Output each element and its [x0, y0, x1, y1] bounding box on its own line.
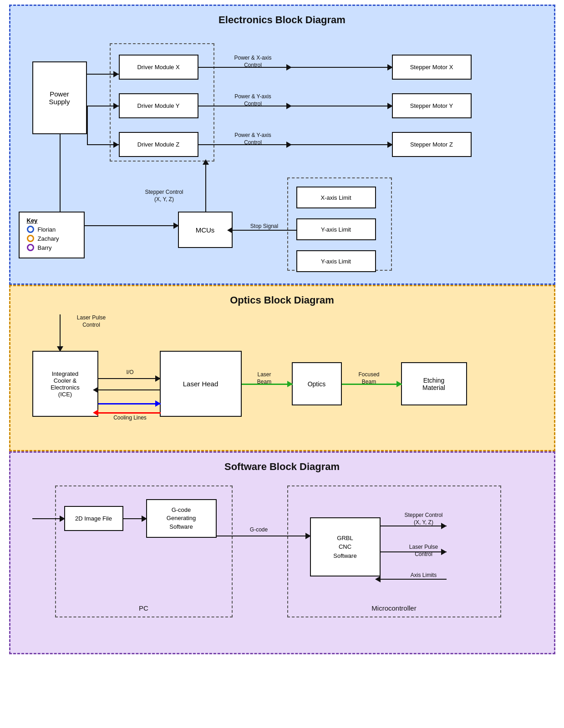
etching-block: Etching Material [401, 362, 467, 405]
y-limit-block: Y-axis Limit [296, 218, 376, 240]
key-florian: Florian [27, 226, 76, 233]
stepper-y-block: Stepper Motor Y [392, 93, 472, 118]
key-box: Key Florian Zachary Barry [19, 212, 85, 258]
arrow-laser-beam-right [287, 381, 293, 387]
gcode-label: G-code [232, 526, 286, 534]
focused-beam-label: Focused Beam [346, 371, 392, 385]
optics-block: Optics [292, 362, 342, 405]
optics-section: Optics Block Diagram Laser Pulse Control… [9, 285, 555, 451]
electronics-section: Electronics Block Diagram Power Supply D… [9, 5, 555, 285]
y2-limit-block: Y-axis Limit [296, 250, 376, 272]
main-container: Electronics Block Diagram Power Supply D… [9, 5, 555, 654]
key-zachary: Zachary [27, 235, 76, 242]
power-supply-block: Power Supply [32, 61, 87, 134]
optics-inner: Laser Pulse Control Integrated Cooler & … [19, 314, 546, 442]
mcus-block: MCUs [178, 212, 233, 248]
stop-signal-label: Stop Signal [235, 223, 294, 230]
power-y-label: Power & Y-axis Control [224, 93, 283, 107]
power-x-label: Power & X-axis Control [224, 55, 283, 69]
driver-x-block: Driver Module X [119, 55, 198, 80]
laser-head-block: Laser Head [160, 351, 242, 417]
microcontroller-label: Microcontroller [287, 604, 501, 613]
ice-block: Integrated Cooler & Electronics (ICE) [32, 351, 98, 417]
x-limit-block: X-axis Limit [296, 187, 376, 208]
optics-title: Optics Block Diagram [19, 294, 546, 306]
electronics-title: Electronics Block Diagram [19, 14, 546, 26]
laser-pulse-ctrl-label: Laser Pulse Control [66, 314, 117, 329]
key-barry: Barry [27, 244, 76, 251]
grbl-block: GRBL CNC Software [310, 517, 381, 576]
electronics-inner: Power Supply Driver Module X Driver Modu… [19, 34, 546, 275]
image-file-block: 2D Image File [64, 506, 123, 531]
gcode-sw-block: G-code Generating Software [146, 499, 217, 538]
power-z-label: Power & Y-axis Control [224, 132, 283, 146]
stepper-ctrl-sw-label: Stepper Control (X, Y, Z) [387, 512, 460, 526]
arrow-focused-beam-right [396, 381, 402, 387]
cooling-lines-label: Cooling Lines [103, 415, 158, 422]
stepper-z-block: Stepper Motor Z [392, 132, 472, 157]
stepper-x-block: Stepper Motor X [392, 55, 472, 80]
stepper-ctrl-label: Stepper Control (X, Y, Z) [135, 189, 194, 203]
software-section: Software Block Diagram 2D Image File G-c… [9, 451, 555, 654]
driver-z-block: Driver Module Z [119, 132, 198, 157]
arrow-red-left [93, 410, 98, 416]
driver-y-block: Driver Module Y [119, 93, 198, 118]
axis-limits-label: Axis Limits [387, 572, 460, 579]
io-label: I/O [117, 369, 144, 376]
laser-pulse-sw-label: Laser Pulse Control [387, 544, 460, 558]
arrow-blue-right [155, 400, 161, 407]
software-title: Software Block Diagram [19, 461, 546, 473]
software-inner: 2D Image File G-code Generating Software… [19, 481, 546, 645]
key-title: Key [27, 217, 76, 224]
laser-beam-label: Laser Beam [246, 371, 283, 385]
pc-label: PC [55, 604, 233, 613]
